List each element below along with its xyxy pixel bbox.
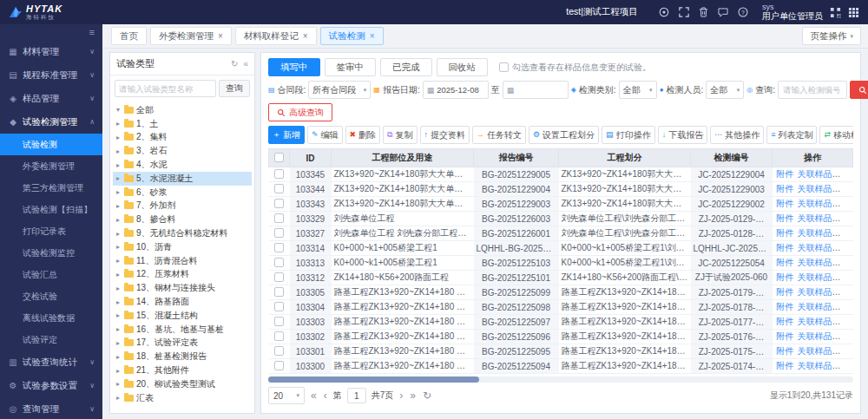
tree-search-button[interactable]: 查询 — [219, 80, 250, 97]
category-select[interactable]: 全部▾ — [619, 81, 657, 99]
row-checkbox[interactable] — [274, 317, 284, 326]
report-date-to-input[interactable]: ▦ — [503, 81, 569, 99]
attachment-link[interactable]: 附件 — [777, 258, 794, 267]
tree-item[interactable]: ▸18、桩基检测报告 — [113, 350, 252, 363]
expand-icon[interactable]: ▸ — [115, 174, 122, 182]
row-checkbox[interactable] — [274, 169, 284, 179]
related-sample-link[interactable]: 关联样品 — [798, 361, 832, 370]
fullscreen-icon[interactable] — [679, 7, 689, 17]
attachment-link[interactable]: 附件 — [777, 243, 794, 252]
attachment-link[interactable]: 附件 — [777, 169, 794, 179]
tree-item[interactable]: ▸汇表 — [113, 391, 252, 405]
tree-item[interactable]: ▾全部 — [113, 103, 252, 117]
tab-item[interactable]: 试验检测× — [320, 27, 384, 45]
table-row[interactable]: 103344ZK13+920~ZK14+180郭大大单位工程BG-2025122… — [269, 182, 853, 197]
row-checkbox[interactable] — [274, 361, 284, 370]
related-sample-link[interactable]: 关联样品 — [798, 228, 832, 238]
sidebar-item[interactable]: 试验评定 — [0, 329, 102, 350]
task-forward-button[interactable]: →任务转文 — [472, 126, 526, 144]
expand-icon[interactable]: ▸ — [115, 161, 122, 169]
attachment-link[interactable]: 附件 — [777, 302, 794, 311]
related-sample-link[interactable]: 关联样品 — [798, 272, 832, 282]
person-select[interactable]: 全部▾ — [706, 81, 744, 99]
related-sample-link[interactable]: 关联样品 — [798, 331, 832, 341]
expand-icon[interactable]: ▸ — [115, 285, 122, 292]
tree-item[interactable]: ▸6、砂浆 — [113, 186, 252, 200]
attachment-link[interactable]: 附件 — [777, 272, 794, 282]
report-date-from-input[interactable]: ▦ 2025-12-08 — [423, 81, 489, 99]
list-customize-button[interactable]: ≡列表定制 — [766, 126, 817, 144]
attachment-link[interactable]: 附件 — [777, 228, 794, 238]
advanced-search-button[interactable]: 高级查询 — [268, 103, 332, 121]
related-sample-link[interactable]: 关联样品 — [798, 243, 832, 252]
attachment-link[interactable]: 附件 — [777, 317, 794, 326]
row-checkbox[interactable] — [274, 213, 284, 223]
edit-button[interactable]: ✎编辑 — [307, 126, 343, 144]
last-page-button[interactable]: » — [409, 390, 417, 402]
status-tab[interactable]: 签审中 — [325, 58, 377, 76]
column-header-id[interactable]: ID — [290, 149, 332, 167]
sidebar-item[interactable]: 试验检测 — [0, 134, 102, 155]
other-operations-button[interactable]: ⋯其他操作 — [710, 126, 764, 144]
sidebar-item[interactable]: 试验检测监控 — [0, 242, 102, 264]
tree-item[interactable]: ▸17、试验评定表 — [113, 337, 252, 350]
tree-item[interactable]: ▸20、柳试验类型测试 — [113, 377, 252, 391]
expand-icon[interactable]: ▸ — [115, 188, 122, 196]
sidebar-item[interactable]: 第三方检测管理 — [0, 177, 102, 199]
download-report-button[interactable]: ↓下载报告 — [658, 126, 708, 144]
checkbox-icon[interactable] — [499, 62, 509, 72]
tree-item[interactable]: ▸13、钢材与连接接头 — [113, 281, 252, 295]
table-row[interactable]: 103301路基工程ZK13+920~ZK14+180 排水工程2 5边沟BG-… — [269, 344, 853, 359]
target-icon[interactable] — [659, 7, 669, 17]
attachment-link[interactable]: 附件 — [777, 361, 794, 370]
first-page-button[interactable]: « — [310, 390, 318, 402]
sidebar-group[interactable]: ▥试验查询统计∨ — [0, 350, 102, 374]
sidebar-group[interactable]: ◎查询管理∨ — [0, 397, 102, 419]
expand-icon[interactable]: ▸ — [115, 325, 122, 333]
row-checkbox[interactable] — [274, 287, 284, 297]
expand-icon[interactable]: ▸ — [115, 394, 122, 402]
row-checkbox[interactable] — [274, 228, 284, 238]
tree-item[interactable]: ▸9、无机结合料稳定材料 — [113, 226, 252, 240]
close-icon[interactable]: × — [370, 31, 375, 41]
table-row[interactable]: 103329刘先森单位工程BG-20251226003刘先森单位工程\刘先森分部… — [269, 212, 853, 226]
expand-icon[interactable]: ▸ — [115, 243, 122, 251]
related-sample-link[interactable]: 关联样品 — [798, 184, 832, 193]
table-row[interactable]: 103314K0+000~k1+005桥梁工程1LQHHL-BG-2025122… — [269, 241, 853, 256]
expand-icon[interactable]: ▸ — [115, 380, 122, 388]
user-info[interactable]: sys 用户单位管理员 — [762, 3, 823, 22]
expand-icon[interactable]: ▸ — [115, 367, 122, 375]
add-button[interactable]: ＋新增 — [268, 126, 305, 144]
sidebar-item[interactable]: 交检试验 — [0, 285, 102, 307]
status-tab[interactable]: 回收站 — [437, 58, 489, 76]
tree-item[interactable]: ▸10、沥青 — [113, 240, 252, 254]
sidebar-group[interactable]: ▦材料管理∨ — [0, 40, 102, 63]
expand-icon[interactable]: ▸ — [115, 120, 122, 128]
column-header-test-no[interactable]: 检测编号 — [691, 149, 773, 167]
expand-icon[interactable]: ▸ — [115, 339, 122, 347]
row-checkbox[interactable] — [274, 184, 284, 193]
keyword-search-input[interactable] — [778, 81, 847, 99]
status-tab[interactable]: 已完成 — [380, 58, 432, 76]
search-button[interactable]: 查询 — [850, 81, 868, 99]
qr-code-icon[interactable] — [830, 7, 841, 18]
tree-item[interactable]: ▸15、混凝土结构 — [113, 309, 252, 323]
tree-item[interactable]: ▸7、外加剂 — [113, 200, 252, 213]
related-sample-link[interactable]: 关联样品 — [798, 213, 832, 223]
tab-item[interactable]: 材料取样登记× — [235, 27, 317, 45]
expand-icon[interactable]: ▸ — [115, 216, 122, 224]
expand-icon[interactable]: ▸ — [115, 257, 122, 265]
row-checkbox[interactable] — [274, 272, 284, 282]
related-sample-link[interactable]: 关联样品 — [798, 258, 832, 267]
expand-icon[interactable]: ▸ — [115, 353, 122, 361]
sidebar-group[interactable]: ◆试验检测管理∧ — [0, 110, 102, 134]
select-all-checkbox[interactable] — [274, 153, 284, 162]
expand-icon[interactable]: ▸ — [115, 134, 122, 141]
expand-icon[interactable]: ▸ — [115, 230, 122, 238]
tree-item[interactable]: ▸1、土 — [113, 117, 252, 131]
sidebar-item[interactable]: 离线试验数据 — [0, 307, 102, 329]
set-division-button[interactable]: ⚙设置工程划分 — [529, 126, 599, 144]
apps-grid-icon[interactable] — [848, 7, 859, 18]
tree-item[interactable]: ▸5、水泥混凝土 — [113, 172, 252, 186]
close-icon[interactable]: × — [218, 31, 223, 41]
